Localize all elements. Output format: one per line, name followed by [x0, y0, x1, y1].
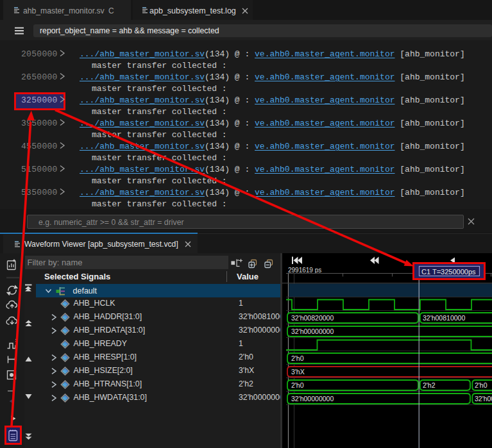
- svg-text:2'h0: 2'h0: [291, 354, 304, 362]
- svg-text:32'h00: 32'h00: [475, 395, 492, 402]
- svg-text:32'h00000000: 32'h00000000: [291, 328, 334, 335]
- svg-text:32'h00810000: 32'h00810000: [423, 314, 465, 322]
- svg-text:2'h0: 2'h0: [475, 381, 488, 389]
- svg-text:2'h0: 2'h0: [291, 381, 304, 389]
- svg-text:C1 T=3250000ps: C1 T=3250000ps: [421, 268, 476, 276]
- svg-text:32'h00000000: 32'h00000000: [291, 395, 334, 402]
- svg-text:3'hX: 3'hX: [291, 368, 305, 376]
- svg-text:2991619 ps: 2991619 ps: [288, 267, 321, 274]
- svg-text:2'h2: 2'h2: [423, 381, 436, 389]
- svg-text:32'h00820000: 32'h00820000: [291, 314, 334, 322]
